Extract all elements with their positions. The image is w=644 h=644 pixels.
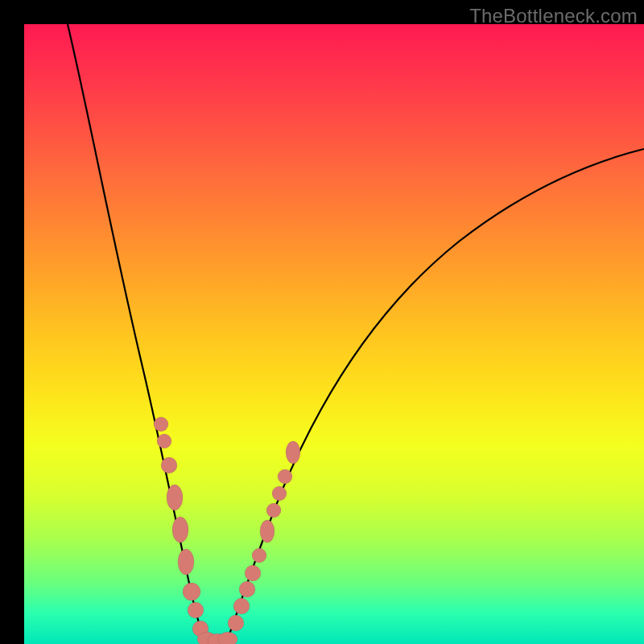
data-point (188, 602, 204, 618)
data-point (228, 615, 244, 631)
data-point (252, 548, 266, 563)
data-point (272, 486, 287, 501)
data-point (286, 441, 300, 464)
data-points-group (154, 417, 300, 644)
data-point (278, 469, 292, 484)
data-point (183, 583, 200, 601)
data-point (245, 565, 261, 581)
data-point (161, 457, 177, 473)
data-point (260, 520, 275, 543)
data-point (172, 517, 188, 543)
data-point (233, 598, 250, 614)
data-point (157, 434, 171, 448)
data-point (167, 485, 183, 510)
outer-frame: TheBottleneck.com (0, 0, 644, 644)
curve-right-branch (227, 149, 644, 641)
data-point (239, 581, 255, 597)
chart-svg (24, 24, 644, 644)
data-point (178, 549, 194, 575)
data-point (218, 632, 237, 644)
data-point (154, 417, 168, 431)
data-point (266, 503, 281, 518)
